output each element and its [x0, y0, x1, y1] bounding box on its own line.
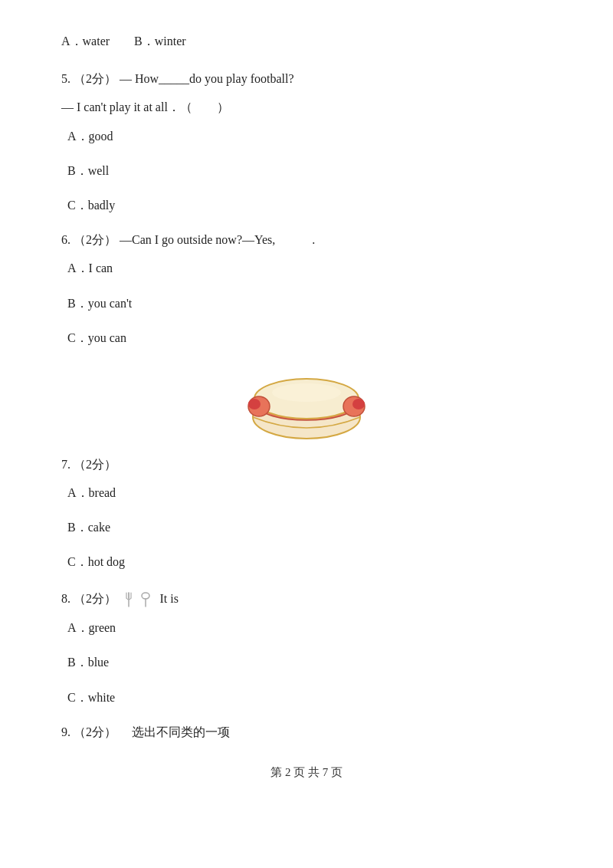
- q5-subtext: — I can't play it at all．（ ）: [61, 97, 552, 117]
- q7-option-c: C．hot dog: [61, 551, 552, 572]
- question-5: 5. （2分） — How_____do you play football?: [61, 68, 552, 89]
- q5-number: 5.: [61, 72, 70, 85]
- q8-option-b: B．blue: [61, 652, 552, 672]
- q5-option-a: A．good: [61, 126, 552, 146]
- svg-point-6: [248, 399, 261, 409]
- q6-number: 6.: [61, 233, 70, 246]
- question-7: 7. （2分）: [61, 454, 552, 475]
- footer-text: 第 2 页 共 7 页: [270, 766, 343, 778]
- q6-option-c: C．you can: [61, 327, 552, 348]
- q7-option-b: B．cake: [61, 517, 552, 538]
- q8-text: It is: [160, 592, 179, 605]
- q6-option-b: B．you can't: [61, 293, 552, 314]
- q5-text: — How_____do you play football?: [120, 72, 294, 85]
- question-6: 6. （2分） —Can I go outside now?—Yes, .: [61, 229, 552, 250]
- fork-spoon-icon: [123, 590, 157, 606]
- water-winter-options: A．water B．winter: [61, 35, 186, 48]
- q8-points: （2分）: [74, 592, 116, 605]
- q9-text: 选出不同类的一项: [120, 725, 230, 738]
- q8-option-a: A．green: [61, 617, 552, 638]
- svg-point-12: [142, 593, 149, 599]
- page-footer: 第 2 页 共 7 页: [61, 765, 552, 780]
- q5-option-c: C．badly: [61, 195, 552, 215]
- options-ab-water-winter: A．water B．winter: [61, 31, 552, 51]
- q7-option-a: A．bread: [61, 482, 552, 503]
- q5-points: （2分）: [74, 72, 116, 85]
- q8-option-c: C．white: [61, 687, 552, 708]
- q7-points: （2分）: [74, 458, 116, 471]
- q7-number: 7.: [61, 458, 70, 471]
- q6-option-a: A．I can: [61, 258, 552, 278]
- q6-points: （2分）: [74, 233, 116, 246]
- svg-point-7: [352, 399, 365, 409]
- svg-point-3: [272, 383, 341, 402]
- q8-number: 8.: [61, 592, 70, 605]
- question-8: 8. （2分） It is: [61, 587, 552, 610]
- q5-option-b: B．well: [61, 160, 552, 181]
- q9-points: （2分）: [74, 725, 116, 738]
- q9-number: 9.: [61, 725, 70, 738]
- hotdog-image: [61, 362, 552, 446]
- q6-text: —Can I go outside now?—Yes, .: [120, 233, 315, 246]
- question-9: 9. （2分） 选出不同类的一项: [61, 722, 552, 742]
